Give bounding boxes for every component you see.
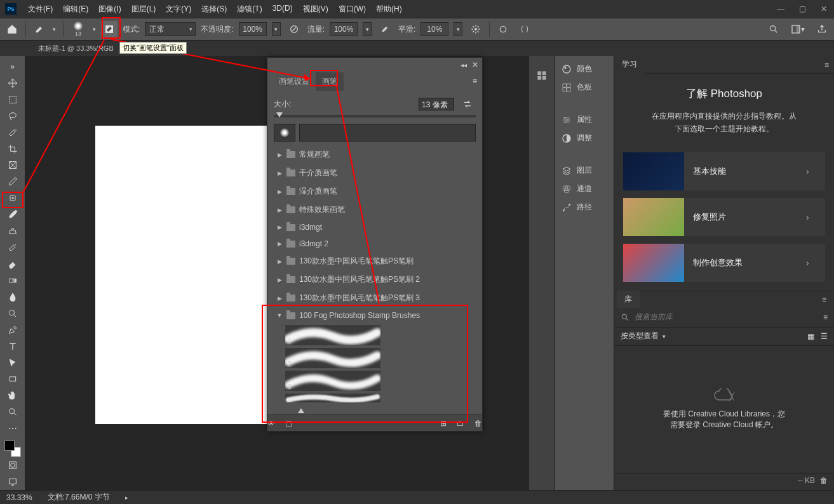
gear-icon[interactable] — [467, 21, 484, 37]
document-tab[interactable]: 未标题-1 @ 33.3%(RGB — [32, 41, 120, 56]
zoom-tool[interactable] — [3, 404, 22, 420]
menu-type[interactable]: 文字(Y) — [162, 1, 195, 17]
history-brush-tool[interactable] — [3, 240, 22, 255]
learn-card-basics[interactable]: 基本技能 › — [623, 152, 825, 190]
brush-tip-preview[interactable] — [274, 124, 295, 142]
panel-menu-icon[interactable]: ≡ — [819, 60, 834, 69]
menu-filter[interactable]: 滤镜(T) — [233, 1, 266, 17]
quickmask-icon[interactable] — [3, 458, 22, 473]
eyedropper-tool[interactable] — [3, 174, 22, 189]
learn-card-creative[interactable]: 制作创意效果 › — [623, 244, 825, 282]
smooth-input[interactable]: 10% — [420, 22, 448, 36]
quick-select-tool[interactable] — [3, 125, 22, 140]
brush-folder[interactable]: ▶130款水墨中国风毛笔笔触PS笔刷 2 — [274, 270, 476, 289]
libraries-tab[interactable]: 库 — [617, 291, 640, 308]
brush-preset[interactable] — [274, 392, 476, 404]
size-input[interactable]: 13 像素 — [419, 98, 454, 110]
eraser-tool[interactable] — [3, 256, 22, 272]
menu-window[interactable]: 窗口(W) — [335, 1, 370, 17]
foreground-swatch[interactable] — [4, 441, 15, 451]
learn-card-retouch[interactable]: 修复照片 › — [623, 198, 825, 236]
toggle-preview-icon[interactable]: 👁 — [267, 419, 275, 428]
mini-adjustments[interactable]: 调整 — [555, 129, 614, 147]
opacity-chev[interactable]: ▾ — [272, 22, 281, 36]
menu-edit[interactable]: 编辑(E) — [59, 1, 92, 17]
workspace-icon[interactable]: ▾ — [790, 21, 806, 37]
tab-brushes[interactable]: 画笔 — [316, 72, 344, 91]
menu-file[interactable]: 文件(F) — [24, 1, 57, 17]
lasso-tool[interactable] — [3, 109, 22, 124]
grid-view-icon[interactable]: ▦ — [807, 332, 814, 341]
path-select-tool[interactable] — [3, 355, 22, 371]
menu-image[interactable]: 图像(I) — [95, 1, 124, 17]
smooth-chev[interactable]: ▾ — [454, 22, 462, 36]
expand-toolbox-icon[interactable]: » — [3, 59, 22, 74]
brush-folder[interactable]: ▶i3dmgt 2 — [274, 235, 476, 252]
panel-close-icon[interactable]: ✕ — [472, 60, 478, 69]
brush-preset-picker[interactable]: 13 — [69, 20, 88, 38]
flow-chev[interactable]: ▾ — [363, 22, 372, 36]
close-icon[interactable]: ✕ — [819, 4, 829, 14]
trash-icon[interactable]: 🗑 — [474, 419, 482, 428]
mini-layers[interactable]: 图层 — [555, 161, 614, 180]
menu-help[interactable]: 帮助(H) — [372, 1, 406, 17]
doc-info[interactable]: 文档:7.66M/0 字节 — [48, 492, 110, 503]
opacity-input[interactable]: 100% — [239, 22, 267, 36]
library-search[interactable]: 搜索当前库 ≡ — [614, 308, 834, 327]
brush-preset[interactable]: 1 — [274, 324, 476, 347]
menu-layer[interactable]: 图层(L) — [128, 1, 160, 17]
edit-toolbar-icon[interactable]: ⋯ — [3, 421, 22, 436]
type-tool[interactable] — [3, 339, 22, 354]
mini-color[interactable]: 颜色 — [555, 60, 614, 78]
flip-icon[interactable] — [459, 96, 476, 112]
mini-channels[interactable]: 通道 — [555, 180, 614, 198]
pressure-size-icon[interactable] — [495, 21, 511, 37]
tool-preset-icon[interactable] — [31, 21, 48, 37]
size-slider[interactable] — [274, 115, 476, 117]
brush-folder[interactable]: ▶i3dmgt — [274, 219, 476, 235]
gradient-tool[interactable] — [3, 273, 22, 288]
pen-tool[interactable] — [3, 322, 22, 338]
flow-input[interactable]: 100% — [330, 22, 358, 36]
screenmode-icon[interactable] — [3, 474, 22, 489]
menu-select[interactable]: 选择(S) — [198, 1, 231, 17]
brush-preset[interactable]: 3 — [274, 369, 476, 392]
healing-brush-tool[interactable] — [3, 190, 22, 206]
opacity-pressure-icon[interactable] — [286, 21, 302, 37]
minimize-icon[interactable]: — — [776, 4, 786, 14]
maximize-icon[interactable]: ▢ — [797, 4, 807, 14]
new-brush-icon[interactable]: ⊞ — [440, 419, 447, 428]
mini-paths[interactable]: 路径 — [555, 198, 614, 216]
brush-settings-toggle[interactable] — [101, 21, 118, 37]
history-strip-icon[interactable] — [535, 69, 549, 83]
clone-stamp-tool[interactable] — [3, 223, 22, 239]
search-icon[interactable] — [765, 21, 782, 37]
marquee-tool[interactable] — [3, 92, 22, 107]
mini-swatches[interactable]: 色板 — [555, 78, 614, 96]
share-icon[interactable] — [814, 21, 830, 37]
list-view-icon[interactable]: ☰ — [821, 332, 828, 341]
brush-folder[interactable]: ▶干介质画笔 — [274, 164, 476, 182]
blend-mode-select[interactable]: 正常 — [145, 22, 196, 36]
panel-menu-icon[interactable]: ≡ — [817, 295, 831, 304]
symmetry-icon[interactable] — [516, 21, 533, 37]
brush-tool[interactable] — [3, 207, 22, 222]
menu-3d[interactable]: 3D(D) — [269, 1, 297, 17]
canvas[interactable] — [95, 126, 292, 424]
trash-icon[interactable]: 🗑 — [820, 476, 828, 485]
crop-tool[interactable] — [3, 142, 22, 157]
brush-folder[interactable]: ▶130款水墨中国风毛笔笔触PS笔刷 — [274, 252, 476, 270]
zoom-level[interactable]: 33.33% — [6, 493, 32, 502]
new-group-icon[interactable]: 🗀 — [457, 419, 464, 428]
brush-folder[interactable]: ▶常规画笔 — [274, 145, 476, 164]
tab-brush-settings[interactable]: 画笔设置 — [272, 72, 316, 91]
panel-collapse-icon[interactable]: ◂◂ — [461, 62, 467, 69]
mini-properties[interactable]: 属性 — [555, 110, 614, 129]
lib-view-label[interactable]: 按类型查看 — [621, 331, 659, 342]
menu-view[interactable]: 视图(V) — [299, 1, 332, 17]
color-swatches[interactable] — [4, 441, 21, 457]
search-menu-icon[interactable]: ≡ — [823, 313, 828, 322]
learn-tab[interactable]: 学习 — [614, 55, 645, 74]
brush-folder[interactable]: ▶特殊效果画笔 — [274, 201, 476, 219]
dodge-tool[interactable] — [3, 306, 22, 321]
